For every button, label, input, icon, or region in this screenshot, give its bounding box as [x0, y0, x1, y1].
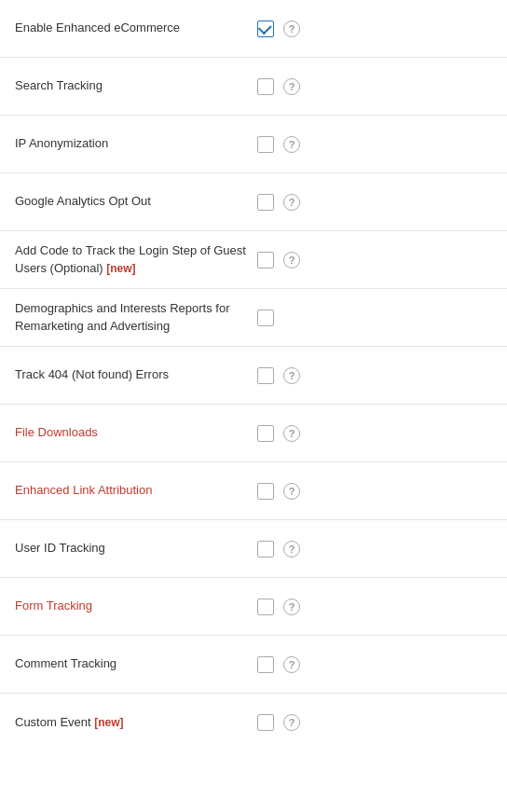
- settings-row: Demographics and Interests Reports for R…: [0, 289, 507, 347]
- help-icon-search-tracking[interactable]: ?: [283, 78, 300, 95]
- row-label-search-tracking: Search Tracking: [15, 77, 257, 94]
- help-icon-form-tracking[interactable]: ?: [283, 599, 300, 615]
- row-controls-add-code-track-login: ?: [257, 252, 492, 268]
- row-label-enable-enhanced-ecommerce: Enable Enhanced eCommerce: [15, 20, 257, 36]
- row-label-demographics-interests: Demographics and Interests Reports for R…: [15, 300, 257, 334]
- help-icon-add-code-track-login[interactable]: ?: [283, 252, 300, 268]
- help-icon-ip-anonymization[interactable]: ?: [283, 136, 300, 153]
- new-badge: [new]: [94, 716, 123, 729]
- row-controls-demographics-interests: [257, 310, 492, 326]
- row-label-google-analytics-opt-out: Google Analytics Opt Out: [15, 193, 257, 210]
- checkbox-track-404-errors[interactable]: [257, 367, 274, 384]
- checkbox-file-downloads[interactable]: [257, 425, 274, 442]
- settings-row: Enable Enhanced eCommerce?: [0, 0, 507, 58]
- row-label-user-id-tracking: User ID Tracking: [15, 540, 257, 557]
- help-icon-enable-enhanced-ecommerce[interactable]: ?: [283, 21, 300, 37]
- settings-list: Enable Enhanced eCommerce?Search Trackin…: [0, 0, 507, 751]
- row-controls-ip-anonymization: ?: [257, 136, 492, 153]
- checkbox-search-tracking[interactable]: [257, 78, 274, 95]
- settings-row: File Downloads?: [0, 405, 507, 462]
- settings-row: Google Analytics Opt Out?: [0, 173, 507, 231]
- row-controls-enable-enhanced-ecommerce: ?: [257, 21, 492, 37]
- row-label-track-404-errors: Track 404 (Not found) Errors: [15, 366, 257, 383]
- checkbox-custom-event[interactable]: [257, 714, 274, 731]
- settings-row: Add Code to Track the Login Step of Gues…: [0, 231, 507, 289]
- row-controls-search-tracking: ?: [257, 78, 492, 95]
- row-controls-google-analytics-opt-out: ?: [257, 194, 492, 211]
- new-badge: [new]: [106, 262, 135, 275]
- checkbox-enhanced-link-attribution[interactable]: [257, 483, 274, 500]
- settings-row: User ID Tracking?: [0, 520, 507, 578]
- row-label-file-downloads: File Downloads: [15, 424, 257, 441]
- settings-row: Search Tracking?: [0, 58, 507, 116]
- row-label-form-tracking: Form Tracking: [15, 598, 257, 614]
- help-icon-enhanced-link-attribution[interactable]: ?: [283, 483, 300, 500]
- help-icon-google-analytics-opt-out[interactable]: ?: [283, 194, 300, 211]
- row-label-custom-event: Custom Event [new]: [15, 714, 257, 731]
- row-controls-user-id-tracking: ?: [257, 541, 492, 557]
- settings-row: Enhanced Link Attribution?: [0, 462, 507, 520]
- help-icon-file-downloads[interactable]: ?: [283, 425, 300, 442]
- settings-row: Custom Event [new]?: [0, 694, 507, 751]
- checkbox-user-id-tracking[interactable]: [257, 541, 274, 557]
- settings-row: Form Tracking?: [0, 578, 507, 636]
- row-controls-enhanced-link-attribution: ?: [257, 483, 492, 500]
- checkbox-google-analytics-opt-out[interactable]: [257, 194, 274, 211]
- row-label-ip-anonymization: IP Anonymization: [15, 135, 257, 152]
- help-icon-comment-tracking[interactable]: ?: [283, 656, 300, 673]
- row-label-comment-tracking: Comment Tracking: [15, 655, 257, 672]
- checkbox-demographics-interests[interactable]: [257, 310, 274, 326]
- checkbox-form-tracking[interactable]: [257, 599, 274, 615]
- settings-row: Track 404 (Not found) Errors?: [0, 347, 507, 405]
- checkbox-add-code-track-login[interactable]: [257, 252, 274, 268]
- row-controls-custom-event: ?: [257, 714, 492, 731]
- settings-row: Comment Tracking?: [0, 636, 507, 694]
- row-controls-file-downloads: ?: [257, 425, 492, 442]
- row-label-add-code-track-login: Add Code to Track the Login Step of Gues…: [15, 242, 257, 276]
- row-controls-form-tracking: ?: [257, 599, 492, 615]
- checkbox-enable-enhanced-ecommerce[interactable]: [257, 21, 274, 37]
- help-icon-custom-event[interactable]: ?: [283, 714, 300, 731]
- settings-row: IP Anonymization?: [0, 116, 507, 173]
- row-controls-track-404-errors: ?: [257, 367, 492, 384]
- row-label-enhanced-link-attribution: Enhanced Link Attribution: [15, 482, 257, 499]
- help-icon-user-id-tracking[interactable]: ?: [283, 541, 300, 557]
- checkbox-ip-anonymization[interactable]: [257, 136, 274, 153]
- checkbox-comment-tracking[interactable]: [257, 656, 274, 673]
- help-icon-track-404-errors[interactable]: ?: [283, 367, 300, 384]
- row-controls-comment-tracking: ?: [257, 656, 492, 673]
